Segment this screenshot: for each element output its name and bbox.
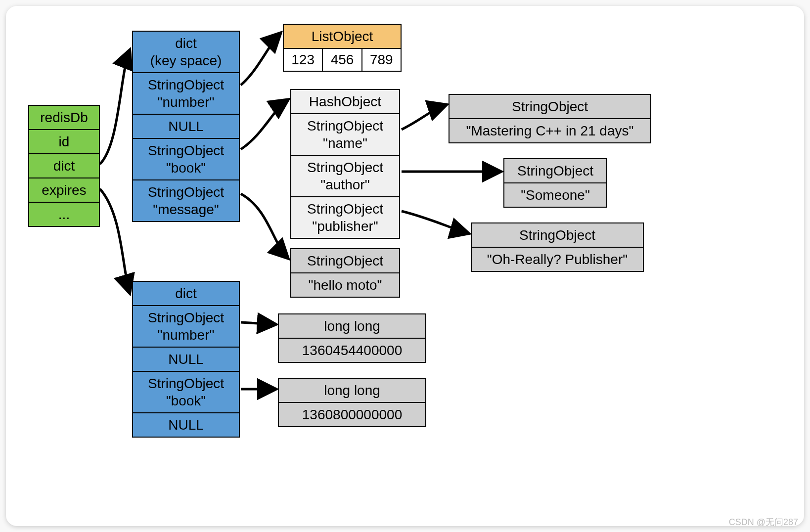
longlong1-value: 1360454400000	[279, 339, 425, 362]
longlong1-node: long long 1360454400000	[278, 313, 426, 363]
keyspace-row-message: StringObject "message"	[133, 180, 239, 221]
longlong2-title: long long	[279, 379, 425, 403]
longlong2-value: 1360800000000	[279, 403, 425, 426]
keyspace-row-book: StringObject "book"	[133, 139, 239, 180]
redisdb-row-more: ...	[29, 203, 99, 226]
hashobject-row-name: StringObject "name"	[291, 114, 399, 156]
diagram-frame: redisDb id dict expires ... dict (key sp…	[6, 6, 804, 526]
expires-dict-node: dict StringObject "number" NULL StringOb…	[132, 281, 240, 438]
expires-row-number: StringObject "number"	[133, 306, 239, 348]
keyspace-title: dict (key space)	[133, 32, 239, 73]
listobject-node: ListObject 123 456 789	[283, 24, 402, 72]
expires-row-book: StringObject "book"	[133, 372, 239, 413]
listobject-item-1: 456	[323, 49, 362, 71]
hello-moto-node: StringObject "hello moto"	[290, 248, 400, 298]
redisdb-node: redisDb id dict expires ...	[28, 105, 100, 227]
hello-moto-title: StringObject	[291, 249, 399, 273]
someone-title: StringObject	[504, 159, 606, 183]
hashobject-node: HashObject StringObject "name" StringObj…	[290, 89, 400, 239]
mastering-value: "Mastering C++ in 21 days"	[450, 119, 650, 142]
someone-node: StringObject "Someone"	[503, 158, 607, 208]
redisdb-row-dict: dict	[29, 154, 99, 178]
publisher-title: StringObject	[472, 223, 643, 248]
publisher-value: "Oh-Really? Publisher"	[472, 248, 643, 271]
redisdb-title: redisDb	[29, 106, 99, 130]
mastering-title: StringObject	[450, 95, 650, 119]
listobject-items: 123 456 789	[284, 49, 401, 71]
listobject-item-0: 123	[284, 49, 323, 71]
arrows-layer	[6, 6, 804, 526]
expires-row-null2: NULL	[133, 413, 239, 437]
hashobject-title: HashObject	[291, 90, 399, 114]
mastering-node: StringObject "Mastering C++ in 21 days"	[449, 94, 651, 143]
keyspace-dict-node: dict (key space) StringObject "number" N…	[132, 31, 240, 222]
redisdb-row-id: id	[29, 130, 99, 154]
keyspace-row-number: StringObject "number"	[133, 73, 239, 115]
expires-row-null1: NULL	[133, 348, 239, 372]
longlong1-title: long long	[279, 314, 425, 339]
expires-title: dict	[133, 282, 239, 306]
keyspace-row-null: NULL	[133, 115, 239, 139]
hashobject-row-author: StringObject "author"	[291, 156, 399, 197]
longlong2-node: long long 1360800000000	[278, 378, 426, 427]
publisher-node: StringObject "Oh-Really? Publisher"	[471, 222, 644, 272]
redisdb-row-expires: expires	[29, 178, 99, 203]
watermark: CSDN @无问287	[729, 516, 798, 528]
listobject-title: ListObject	[284, 25, 401, 49]
hello-moto-value: "hello moto"	[291, 273, 399, 297]
listobject-item-2: 789	[362, 49, 401, 71]
someone-value: "Someone"	[504, 183, 606, 207]
hashobject-row-publisher: StringObject "publisher"	[291, 197, 399, 238]
